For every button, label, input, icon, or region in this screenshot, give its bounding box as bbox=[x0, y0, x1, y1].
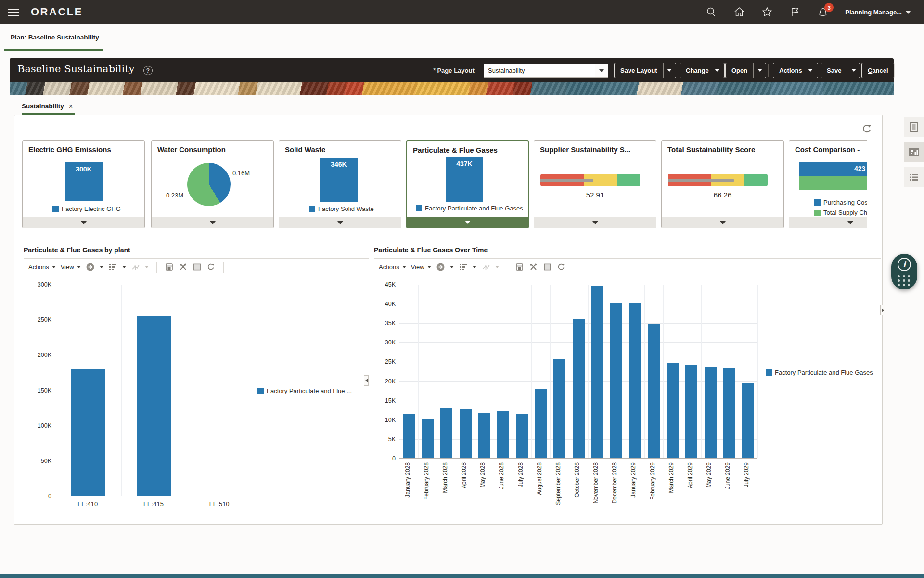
rail-list-icon[interactable] bbox=[904, 167, 924, 187]
splitter-collapse-icon[interactable] bbox=[364, 375, 369, 386]
bar-January 2029[interactable] bbox=[629, 303, 641, 458]
mini-bar: 346K bbox=[320, 158, 358, 202]
watchlist-flag-icon[interactable] bbox=[789, 6, 801, 18]
bar-February 2029[interactable] bbox=[648, 324, 660, 458]
bar-November 2028[interactable] bbox=[591, 286, 603, 458]
page-layout-dropdown-icon[interactable] bbox=[595, 64, 608, 78]
save-dropdown-icon[interactable] bbox=[847, 63, 860, 78]
cancel-button[interactable]: Cancel bbox=[861, 63, 895, 78]
tab-close-icon[interactable]: × bbox=[69, 103, 73, 110]
bar-FE:410[interactable] bbox=[71, 369, 105, 496]
tile-expander[interactable] bbox=[23, 217, 144, 228]
bottom-accent-bar bbox=[0, 574, 924, 578]
panel-expand-icon[interactable] bbox=[880, 305, 885, 315]
legend-swatch bbox=[814, 199, 821, 206]
plan-page-tab-underline bbox=[4, 49, 103, 51]
plan-header-bar: Baseline Sustainability ? *Page Layout S… bbox=[10, 58, 894, 82]
save-button[interactable]: Save bbox=[821, 63, 860, 78]
change-button[interactable]: Change bbox=[680, 63, 725, 78]
tile-supplier-sustainability-score[interactable]: Supplier Sustainability S... 52.91 bbox=[534, 140, 656, 228]
tile-expander[interactable] bbox=[789, 217, 867, 228]
x-axis-label: May 2029 bbox=[706, 462, 712, 488]
x-axis-label: February 2028 bbox=[423, 462, 430, 500]
tile-expander[interactable] bbox=[534, 217, 656, 228]
notifications-bell-icon[interactable]: 3 bbox=[817, 6, 829, 18]
tile-total-sustainability-score[interactable]: Total Sustainability Score 66.26 bbox=[661, 140, 784, 228]
bar-June 2029[interactable] bbox=[723, 368, 735, 458]
x-axis-label: March 2029 bbox=[668, 462, 675, 493]
tile-expander[interactable] bbox=[152, 217, 273, 228]
plan-page-tab[interactable]: Plan: Baseline Sustainability bbox=[11, 34, 99, 41]
save-layout-button[interactable]: Save Layout bbox=[614, 63, 676, 78]
hbar-total-supply bbox=[799, 176, 867, 190]
save-layout-dropdown-icon[interactable] bbox=[663, 63, 676, 78]
search-icon[interactable] bbox=[706, 6, 717, 18]
y-axis-tick: 35K bbox=[369, 320, 396, 327]
tile-legend: Purchasing Cos bbox=[814, 199, 867, 206]
bar-September 2028[interactable] bbox=[553, 359, 565, 458]
tile-expander[interactable] bbox=[662, 217, 783, 228]
gridline bbox=[739, 285, 739, 458]
bar-December 2028[interactable] bbox=[610, 303, 622, 458]
gridline bbox=[437, 285, 437, 458]
bar-August 2028[interactable] bbox=[535, 389, 547, 458]
info-icon[interactable]: i bbox=[898, 258, 911, 271]
tab-sustainability[interactable]: Sustainability bbox=[22, 103, 64, 110]
y-axis-tick: 30K bbox=[369, 339, 396, 346]
tile-title: Solid Waste bbox=[285, 145, 325, 154]
bar-FE:415[interactable] bbox=[137, 316, 171, 496]
bar-March 2029[interactable] bbox=[667, 363, 679, 458]
bar-May 2028[interactable] bbox=[478, 413, 490, 458]
plot-area bbox=[399, 285, 757, 459]
user-menu[interactable]: Planning Manage... bbox=[845, 9, 911, 16]
gridline bbox=[607, 285, 607, 458]
bar-October 2028[interactable] bbox=[573, 319, 585, 458]
home-icon[interactable] bbox=[733, 6, 745, 18]
gridline bbox=[588, 285, 589, 458]
bar-April 2029[interactable] bbox=[685, 365, 697, 458]
bar-May 2029[interactable] bbox=[705, 367, 717, 458]
bar-April 2028[interactable] bbox=[460, 409, 472, 458]
keypad-dots-icon bbox=[898, 275, 911, 286]
tile-cost-comparison[interactable]: Cost Comparison - 423 Purchasing Cos Tot… bbox=[789, 140, 867, 228]
gauge-value: 66.26 bbox=[662, 191, 783, 199]
chevron-down-icon bbox=[906, 11, 911, 14]
favorites-star-icon[interactable] bbox=[761, 6, 773, 18]
page-layout-select[interactable]: Sustainability bbox=[484, 64, 595, 78]
topbar-actions: 3 Planning Manage... bbox=[706, 0, 924, 24]
gridline bbox=[187, 285, 187, 496]
bar-February 2028[interactable] bbox=[422, 419, 434, 458]
tile-solid-waste[interactable]: Solid Waste 346K Factory Solid Waste bbox=[279, 140, 401, 228]
tile-electric-ghg-emissions[interactable]: Electric GHG Emissions 300K Factory Elec… bbox=[22, 140, 145, 228]
actions-dropdown-icon[interactable] bbox=[808, 69, 813, 72]
tile-legend: Factory Particulate and Flue Gases bbox=[416, 205, 523, 212]
bar-June 2028[interactable] bbox=[497, 411, 509, 458]
bar-July 2028[interactable] bbox=[516, 414, 528, 458]
actions-button[interactable]: Actions bbox=[773, 63, 818, 78]
open-button[interactable]: Open bbox=[725, 63, 766, 78]
refresh-icon[interactable] bbox=[860, 123, 873, 135]
gridline bbox=[663, 285, 664, 458]
tile-title: Water Consumption bbox=[157, 145, 226, 154]
gridline bbox=[513, 285, 513, 458]
tile-particulate-flue-gases[interactable]: Particulate & Flue Gases 437K Factory Pa… bbox=[406, 140, 529, 228]
change-dropdown-icon[interactable] bbox=[715, 69, 719, 72]
rail-dashboard-icon[interactable] bbox=[904, 142, 924, 162]
tile-water-consumption[interactable]: Water Consumption 0.16M 0.23M bbox=[151, 140, 274, 228]
rail-page-layout-icon[interactable] bbox=[904, 117, 924, 137]
page: ORACLE 3 Planning Manage... bbox=[0, 0, 924, 578]
bar-January 2028[interactable] bbox=[403, 414, 415, 458]
bar-July 2029[interactable] bbox=[742, 383, 754, 458]
gridline bbox=[720, 285, 720, 458]
gridline bbox=[757, 285, 758, 458]
gridline bbox=[682, 285, 682, 458]
tile-expander[interactable] bbox=[279, 217, 401, 228]
navigation-menu-icon[interactable] bbox=[8, 7, 19, 17]
help-icon[interactable]: ? bbox=[143, 66, 153, 75]
x-axis-label: October 2028 bbox=[574, 462, 580, 498]
bar-value-label: 300K bbox=[65, 165, 103, 173]
bar-March 2028[interactable] bbox=[440, 408, 452, 458]
open-dropdown-icon[interactable] bbox=[753, 63, 766, 78]
tile-expander[interactable] bbox=[407, 217, 528, 227]
assistant-widget[interactable]: i bbox=[891, 254, 917, 289]
